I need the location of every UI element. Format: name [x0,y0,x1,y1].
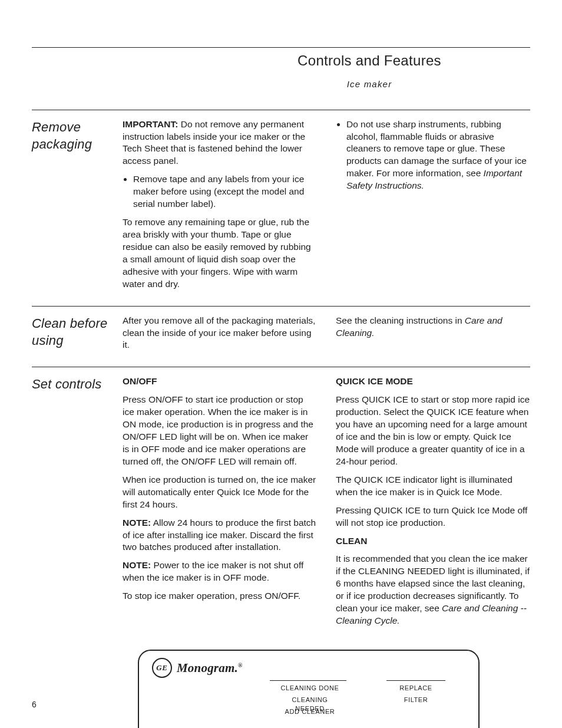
panel-rule [270,680,346,681]
list-item: Remove tape and any labels from your ice… [133,173,317,210]
paragraph: After you remove all of the packaging ma… [123,315,317,352]
list-item: Do not use sharp instruments, rubbing al… [346,118,530,193]
paragraph: To stop ice maker operation, press ON/OF… [123,590,317,602]
note-label: NOTE: [123,560,151,570]
paragraph: NOTE: Power to the ice maker is not shut… [123,559,317,584]
paragraph: When ice production is turned on, the ic… [123,474,317,511]
paragraph: NOTE: Allow 24 hours to produce the firs… [123,517,317,554]
brand-logo: GE Monogram.® [152,658,243,678]
subheading-quickice: QUICK ICE MODE [336,375,530,388]
text: Allow 24 hours to produce the first batc… [123,518,316,552]
paragraph: Press ON/OFF to start ice production or … [123,394,317,468]
paragraph: To remove any remaining tape or glue, ru… [123,216,317,291]
paragraph: The QUICK ICE indicator light is illumin… [336,474,530,499]
paragraph: IMPORTANT: Do not remove any permanent i… [123,118,317,168]
important-label: IMPORTANT: [123,119,178,129]
subheading-clean: CLEAN [336,535,530,548]
note-label: NOTE: [123,518,151,528]
label-replace: REPLACE [398,684,434,693]
control-panel-figure: GE Monogram.® CLEANING DONE CLEANING NEE… [138,650,530,728]
paragraph: It is recommended that you clean the ice… [336,553,530,627]
page-subtitle: Ice maker [209,78,530,90]
brand-name: Monogram. [177,661,238,675]
text: See the cleaning instructions in [336,315,465,325]
paragraph: See the cleaning instructions in Care an… [336,315,530,340]
section-clean-before-using: Clean before using After you remove all … [32,307,530,368]
label-filter: FILTER [398,696,434,704]
page-number: 6 [32,699,37,710]
section-remove-packaging: Remove packaging IMPORTANT: Do not remov… [32,110,530,307]
bullet-list: Remove tape and any labels from your ice… [123,173,317,210]
control-panel: GE Monogram.® CLEANING DONE CLEANING NEE… [138,650,480,728]
section-heading: Set controls [32,375,123,393]
section-heading: Remove packaging [32,118,123,153]
section-set-controls: Set controls ON/OFF Press ON/OFF to star… [32,367,530,643]
section-heading: Clean before using [32,315,123,350]
label-add-cleaner: ADD CLEANER [277,707,342,716]
page-title: Controls and Features [209,51,530,70]
header-rule-top [32,33,530,48]
ge-logo-icon: GE [152,658,172,678]
subheading-onoff: ON/OFF [123,375,317,388]
bullet-list: Do not use sharp instruments, rubbing al… [336,118,530,193]
paragraph: Pressing QUICK ICE to turn Quick Ice Mod… [336,505,530,529]
label-cleaning-done: CLEANING DONE [277,684,342,693]
panel-rule [386,680,445,681]
brand-text: Monogram.® [177,660,243,676]
registered-mark: ® [238,662,243,668]
paragraph: Press QUICK ICE to start or stop more ra… [336,394,530,468]
